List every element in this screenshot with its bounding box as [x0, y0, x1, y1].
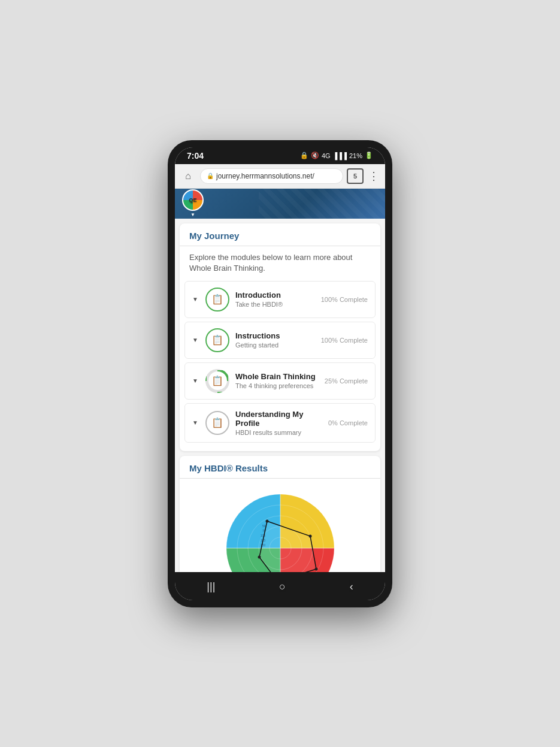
module-icon-inner-circle: 📋 — [208, 371, 227, 390]
module-icon-wrap-instructions: 📋 — [205, 328, 229, 352]
quadrant-chart: 150 125 100 75 50 — [220, 488, 340, 572]
bottom-nav: ||| ○ ‹ — [175, 572, 385, 600]
module-list: ▼ 📋 Introduction Take the HBDI® 100% Com… — [180, 281, 380, 451]
tab-count: 5 — [353, 173, 357, 180]
hbdi-section-title: My HBDI® Results — [180, 456, 380, 479]
network-type: 4G — [322, 152, 331, 159]
polygon-point-3 — [314, 567, 317, 570]
signal-bars-icon: ▐▐▐ — [333, 152, 347, 159]
avatar-dropdown-icon: ▼ — [190, 212, 195, 217]
module-document-icon-3: 📋 — [211, 375, 223, 386]
home-button[interactable]: ⌂ — [180, 168, 196, 185]
module-arrow-icon: ▼ — [192, 296, 199, 303]
phone-screen: 7:04 🔒 🔇 4G ▐▐▐ 21% 🔋 ⌂ 🔒 journey.herrma… — [175, 147, 385, 600]
lock-status-icon: 🔒 — [300, 152, 308, 159]
module-name-profile: Understanding My Profile — [235, 410, 322, 428]
module-info-profile: Understanding My Profile HBDI results su… — [235, 410, 322, 436]
header-banner: QE ▼ — [175, 189, 385, 219]
module-sub-instructions: Getting started — [235, 341, 315, 349]
polygon-point-2 — [308, 534, 311, 537]
module-info-introduction: Introduction Take the HBDI® — [235, 291, 315, 308]
module-arrow-icon-4: ▼ — [192, 419, 199, 426]
module-sub-introduction: Take the HBDI® — [235, 301, 315, 308]
module-arrow-icon-3: ▼ — [192, 377, 199, 384]
battery-icon: 🔋 — [365, 152, 373, 159]
module-item-instructions[interactable]: ▼ 📋 Instructions Getting started 100% Co… — [184, 322, 376, 359]
status-time: 7:04 — [187, 151, 204, 161]
module-item-profile[interactable]: ▼ 📋 Understanding My Profile HBDI result… — [184, 403, 376, 443]
journey-description: Explore the modules below to learn more … — [180, 246, 380, 281]
svg-text:50: 50 — [262, 524, 266, 528]
browser-menu-button[interactable]: ⋮ — [367, 170, 380, 183]
module-document-icon: 📋 — [211, 294, 223, 305]
module-item-introduction[interactable]: ▼ 📋 Introduction Take the HBDI® 100% Com… — [184, 281, 376, 318]
journey-section-card: My Journey Explore the modules below to … — [180, 223, 380, 451]
module-info-whole-brain: Whole Brain Thinking The 4 thinking pref… — [235, 372, 319, 389]
module-name-whole-brain: Whole Brain Thinking — [235, 372, 319, 381]
module-document-icon-2: 📋 — [211, 334, 223, 346]
back-button[interactable]: ||| — [197, 578, 225, 595]
module-progress-instructions: 100% Complete — [321, 337, 368, 344]
status-bar: 7:04 🔒 🔇 4G ▐▐▐ 21% 🔋 — [175, 147, 385, 164]
secure-lock-icon: 🔒 — [207, 173, 214, 179]
module-icon-wrap-whole-brain: 📋 — [205, 369, 229, 393]
module-document-icon-4: 📋 — [211, 417, 223, 428]
url-bar[interactable]: 🔒 journey.herrmannsolutions.net/ — [200, 168, 343, 184]
module-progress-whole-brain: 25% Complete — [325, 377, 368, 385]
phone-frame: 7:04 🔒 🔇 4G ▐▐▐ 21% 🔋 ⌂ 🔒 journey.herrma… — [168, 140, 392, 607]
avatar[interactable]: QE — [182, 189, 204, 211]
module-icon-wrap-introduction: 📋 — [205, 288, 229, 311]
scroll-content[interactable]: QE ▼ My Journey Explore the modules belo… — [175, 189, 385, 572]
module-arrow-icon-2: ▼ — [192, 337, 199, 343]
module-progress-introduction: 100% Complete — [321, 296, 368, 303]
tabs-button[interactable]: 5 — [347, 168, 364, 184]
hbdi-section: My HBDI® Results — [180, 456, 380, 572]
recent-apps-button[interactable]: ‹ — [340, 578, 363, 595]
url-text: journey.herrmannsolutions.net/ — [216, 172, 314, 180]
home-nav-button[interactable]: ○ — [270, 578, 295, 595]
status-icons: 🔒 🔇 4G ▐▐▐ 21% 🔋 — [300, 152, 373, 159]
module-sub-whole-brain: The 4 thinking preferences — [235, 382, 319, 389]
browser-bar: ⌂ 🔒 journey.herrmannsolutions.net/ 5 ⋮ — [175, 164, 385, 189]
module-item-whole-brain[interactable]: ▼ 📋 Whole Brain Thinking The 4 thinking … — [184, 362, 376, 400]
module-name-instructions: Instructions — [235, 331, 315, 340]
module-sub-profile: HBDI results summary — [235, 429, 322, 436]
battery-percent: 21% — [349, 152, 362, 159]
avatar-container[interactable]: QE ▼ — [182, 189, 204, 217]
polygon-point-5 — [258, 555, 261, 558]
avatar-initials: QE — [189, 197, 196, 203]
module-icon-wrap-profile: 📋 — [205, 411, 229, 435]
hbdi-chart-area: 150 125 100 75 50 — [180, 479, 380, 572]
polygon-point-1 — [265, 519, 268, 522]
module-name-introduction: Introduction — [235, 291, 315, 300]
journey-section-title: My Journey — [180, 223, 380, 246]
module-progress-profile: 0% Complete — [328, 419, 368, 427]
hbdi-chart-svg: 150 125 100 75 50 — [220, 488, 340, 572]
module-info-instructions: Instructions Getting started — [235, 331, 315, 349]
mute-icon: 🔇 — [311, 152, 319, 159]
